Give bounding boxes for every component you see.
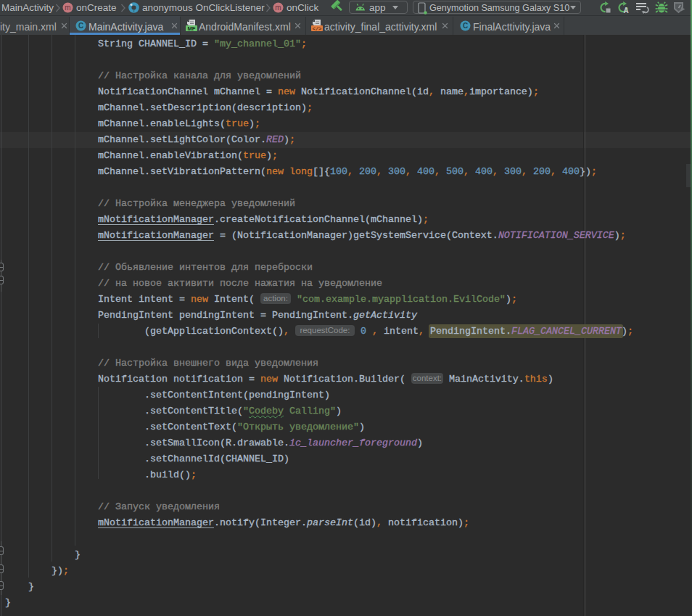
svg-text:m: m [65,4,70,12]
svg-text:</>: </> [313,26,322,32]
svg-text:C: C [78,22,83,30]
svg-text:C: C [463,22,468,30]
svg-text:A: A [623,7,628,14]
svg-text:MF: MF [188,25,196,32]
svg-text:m: m [275,4,281,12]
